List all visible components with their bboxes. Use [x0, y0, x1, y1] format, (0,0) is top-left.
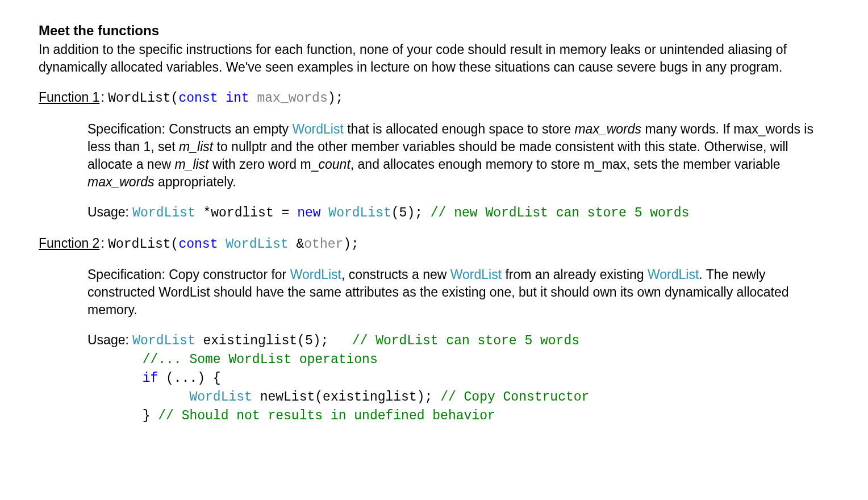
code-comment: // WordList can store 5 words [352, 334, 579, 348]
spec-lead: Specification: Copy constructor for [87, 267, 290, 282]
spec-text: with zero word m_ [209, 157, 319, 172]
code-pad [87, 352, 143, 367]
sig-param: max_words [257, 91, 327, 106]
sig-kw-const: const [178, 237, 218, 252]
spec-text: , and allocates enough memory to store m… [350, 157, 781, 172]
usage-label: Usage: [87, 205, 132, 219]
sig-space [249, 91, 257, 106]
function-2-colon: : [101, 236, 108, 251]
sig-close: ); [343, 237, 359, 252]
function-2-spec: Specification: Copy constructor for Word… [87, 266, 829, 319]
usage-label: Usage: [87, 332, 132, 347]
code-text: } [143, 409, 158, 423]
sig-close: ); [328, 91, 344, 106]
code-pad [87, 390, 189, 405]
code-text: (5); [391, 206, 431, 220]
spec-text: from an already existing [502, 267, 648, 282]
code-type: WordList [189, 390, 252, 405]
usage-code-line-2: //... Some WordList operations [87, 352, 378, 367]
sig-name: WordList [108, 237, 170, 252]
usage-code: WordList *wordlist = new WordList(5); //… [132, 206, 689, 220]
code-type: WordList [328, 206, 391, 220]
function-1-spec: Specification: Constructs an empty WordL… [87, 120, 829, 191]
function-1-body: Specification: Constructs an empty WordL… [87, 120, 829, 222]
function-1-signature: WordList(const int max_words); [108, 91, 343, 106]
spec-ital-maxwords: max_words [574, 122, 641, 136]
spec-text: appropriately. [155, 174, 236, 189]
function-2-signature-row: Function 2: WordList(const WordList &oth… [39, 235, 829, 253]
code-pad [87, 409, 143, 423]
code-text: *wordlist = [195, 206, 297, 220]
sig-amp: & [289, 237, 304, 252]
function-1-usage: Usage: WordList *wordlist = new WordList… [87, 203, 829, 222]
function-2-signature: WordList(const WordList &other); [108, 237, 359, 252]
function-1-colon: : [101, 90, 108, 105]
code-comment: //... Some WordList operations [143, 352, 378, 367]
code-kw-if: if [143, 371, 158, 386]
sig-space [218, 237, 226, 252]
sig-type-wordlist: WordList [226, 237, 288, 252]
code-type: WordList [132, 334, 195, 348]
function-2-usage: Usage: WordList existinglist(5); // Word… [87, 331, 829, 425]
code-text: (...) { [158, 371, 220, 386]
intro-paragraph: In addition to the specific instructions… [39, 41, 829, 76]
usage-code-line-5: } // Should not results in undefined beh… [87, 409, 495, 423]
usage-code-line-1: WordList existinglist(5); // WordList ca… [132, 334, 579, 348]
sig-open: ( [171, 237, 179, 252]
function-1-label: Function 1 [39, 90, 99, 105]
code-kw-new: new [297, 206, 320, 220]
code-type: WordList [132, 206, 195, 220]
sig-open: ( [171, 91, 179, 106]
sig-kw-const: const [178, 91, 218, 106]
sig-param: other [304, 237, 343, 252]
spec-type-wordlist: WordList [450, 267, 502, 282]
code-text: existinglist(5); [195, 334, 352, 348]
code-comment: // new WordList can store 5 words [431, 206, 689, 220]
sig-space [218, 91, 226, 106]
sig-name: WordList [108, 91, 170, 106]
code-text: newList(existinglist); [252, 390, 440, 405]
spec-ital-mlist: m_list [179, 139, 213, 154]
spec-text: , constructs a new [341, 267, 450, 282]
code-comment: // Should not results in undefined behav… [158, 409, 495, 423]
usage-code-line-3: if (...) { [87, 371, 221, 386]
spec-type-wordlist: WordList [648, 267, 699, 282]
document-page: Meet the functions In addition to the sp… [0, 0, 868, 425]
function-2-body: Specification: Copy constructor for Word… [87, 266, 829, 425]
function-2-label: Function 2 [39, 236, 99, 251]
spec-type-wordlist: WordList [293, 122, 344, 136]
spec-ital-maxwords: max_words [87, 174, 155, 189]
usage-code-line-4: WordList newList(existinglist); // Copy … [87, 390, 589, 405]
spec-ital-count: count [319, 157, 350, 172]
spec-type-wordlist: WordList [290, 267, 341, 282]
code-text [321, 206, 329, 220]
spec-ital-mlist: m_list [174, 157, 208, 172]
code-comment: // Copy Constructor [440, 390, 589, 405]
section-heading: Meet the functions [39, 22, 829, 40]
code-pad [87, 371, 143, 386]
spec-text: that is allocated enough space to store [344, 122, 575, 136]
spec-lead: Specification: Constructs an empty [87, 122, 293, 136]
function-1-signature-row: Function 1: WordList(const int max_words… [39, 89, 829, 107]
sig-kw-int: int [226, 91, 249, 106]
